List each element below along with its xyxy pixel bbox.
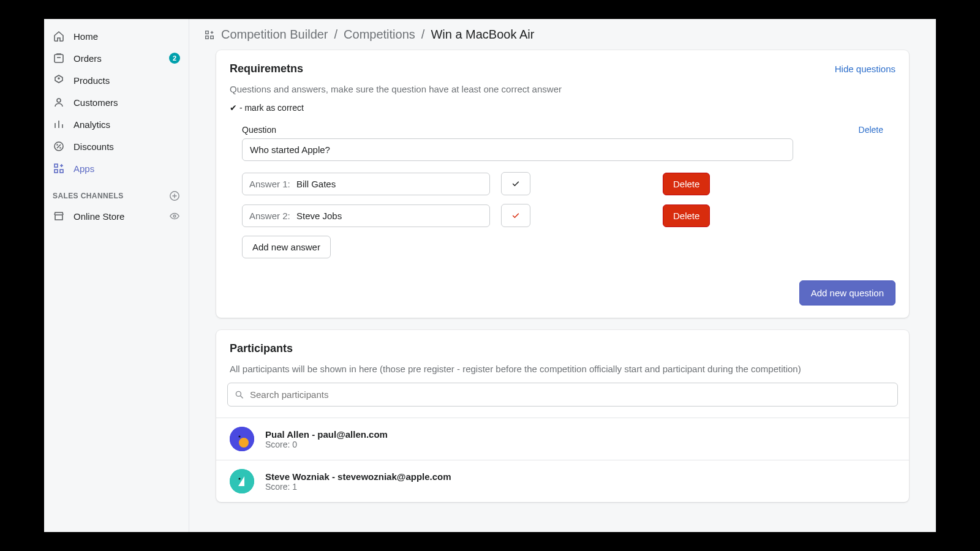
participant-row[interactable]: Steve Wozniak - stevewozniak@apple.com S…	[216, 460, 909, 502]
participant-name: Pual Allen - paul@allen.com	[265, 429, 388, 440]
participant-row[interactable]: Pual Allen - paul@allen.com Score: 0	[216, 418, 909, 460]
svg-point-2	[57, 99, 61, 102]
sidebar: Home Orders 2 Products Customers Analyti…	[44, 19, 189, 532]
svg-point-17	[239, 478, 241, 480]
sidebar-item-apps[interactable]: Apps	[44, 157, 189, 179]
breadcrumb-separator: /	[421, 28, 425, 42]
home-icon	[53, 30, 65, 42]
sidebar-item-label: Customers	[74, 97, 118, 108]
sales-channels-heading: SALES CHANNELS	[44, 179, 189, 205]
answer-input-2[interactable]	[242, 204, 490, 227]
avatar	[230, 427, 254, 451]
add-answer-button[interactable]: Add new answer	[242, 236, 331, 258]
svg-rect-10	[206, 36, 209, 39]
orders-icon	[53, 52, 65, 64]
sidebar-item-label: Discounts	[74, 141, 114, 152]
discounts-icon	[53, 140, 65, 152]
answer-row: Answer 2: Delete	[242, 204, 883, 227]
svg-rect-0	[55, 54, 63, 62]
sidebar-item-orders[interactable]: Orders 2	[44, 47, 189, 69]
svg-point-1	[58, 78, 59, 79]
participants-help: All participants will be shown in here (…	[230, 364, 895, 374]
products-icon	[53, 74, 65, 86]
mark-correct-button-2[interactable]	[501, 204, 530, 227]
participant-score: Score: 1	[265, 482, 451, 492]
question-label: Question	[242, 125, 276, 135]
search-icon	[235, 390, 244, 400]
requirements-title: Requiremetns	[230, 62, 303, 75]
requirements-help: Questions and answers, make sure the que…	[230, 84, 895, 94]
sidebar-item-analytics[interactable]: Analytics	[44, 113, 189, 135]
breadcrumb-link-builder[interactable]: Competition Builder	[221, 28, 328, 42]
hide-questions-link[interactable]: Hide questions	[835, 64, 895, 74]
requirements-card: Requiremetns Hide questions Questions an…	[216, 50, 909, 318]
svg-rect-5	[55, 170, 58, 173]
sidebar-item-label: Apps	[74, 163, 94, 174]
sidebar-item-home[interactable]: Home	[44, 25, 189, 47]
customers-icon	[53, 96, 65, 108]
answer-input-1[interactable]	[242, 173, 490, 195]
answer-row: Answer 1: Delete	[242, 172, 883, 195]
section-label: SALES CHANNELS	[53, 192, 124, 200]
channel-online-store[interactable]: Online Store	[44, 205, 189, 227]
sidebar-item-label: Analytics	[74, 119, 110, 130]
sidebar-item-label: Orders	[74, 53, 102, 64]
avatar	[230, 469, 254, 493]
svg-rect-9	[206, 31, 209, 34]
svg-point-8	[173, 215, 176, 217]
sidebar-item-customers[interactable]: Customers	[44, 91, 189, 113]
breadcrumb-separator: /	[334, 28, 338, 42]
store-icon	[53, 210, 65, 222]
mark-correct-button-1[interactable]	[501, 172, 530, 195]
svg-point-14	[239, 438, 249, 448]
participant-score: Score: 0	[265, 440, 388, 449]
svg-rect-11	[211, 36, 214, 39]
search-participants-input[interactable]	[227, 383, 898, 407]
orders-badge: 2	[169, 53, 180, 64]
svg-point-15	[239, 436, 241, 438]
main-content: Competition Builder / Competitions / Win…	[189, 19, 936, 532]
svg-rect-4	[55, 164, 58, 167]
breadcrumb: Competition Builder / Competitions / Win…	[189, 19, 936, 50]
sidebar-item-label: Products	[74, 75, 110, 86]
question-input[interactable]	[242, 138, 793, 161]
svg-point-12	[236, 391, 241, 396]
delete-question-link[interactable]: Delete	[859, 125, 883, 135]
breadcrumb-link-competitions[interactable]: Competitions	[344, 28, 415, 42]
participant-name: Steve Wozniak - stevewozniak@apple.com	[265, 471, 451, 482]
analytics-icon	[53, 118, 65, 130]
delete-answer-button-1[interactable]: Delete	[663, 173, 710, 195]
apps-icon	[204, 29, 215, 40]
sidebar-item-products[interactable]: Products	[44, 69, 189, 91]
apps-icon	[53, 162, 65, 174]
participants-card: Participants All participants will be sh…	[216, 330, 909, 502]
participants-title: Participants	[230, 342, 293, 355]
svg-rect-6	[60, 170, 63, 173]
delete-answer-button-2[interactable]: Delete	[663, 204, 710, 227]
channel-label: Online Store	[74, 211, 124, 222]
add-channel-icon[interactable]	[169, 190, 180, 201]
sidebar-item-label: Home	[74, 31, 98, 42]
add-question-button[interactable]: Add new question	[799, 280, 895, 305]
breadcrumb-current: Win a MacBook Air	[431, 28, 534, 42]
sidebar-item-discounts[interactable]: Discounts	[44, 135, 189, 157]
mark-hint: ✔ - mark as correct	[230, 103, 895, 113]
view-store-icon[interactable]	[169, 211, 180, 222]
